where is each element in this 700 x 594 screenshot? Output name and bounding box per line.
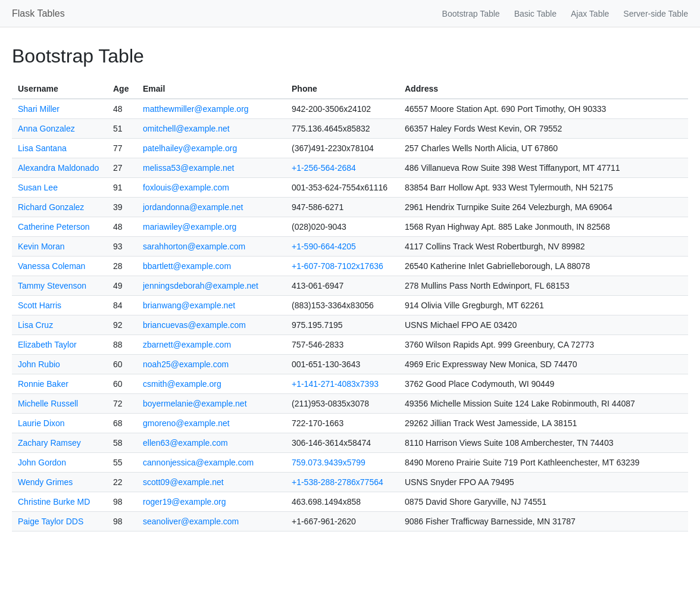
email-link[interactable]: boyermelanie@example.net xyxy=(143,399,247,408)
table-row: Michelle Russell72boyermelanie@example.n… xyxy=(12,394,688,414)
table-row: Wendy Grimes22scott09@example.net+1-538-… xyxy=(12,473,688,492)
address-cell: 278 Mullins Pass North Edwinport, FL 681… xyxy=(399,276,688,296)
phone-link[interactable]: +1-538-288-2786x77564 xyxy=(292,477,383,487)
address-cell: 4117 Collins Track West Robertburgh, NV … xyxy=(399,237,688,257)
age-cell: 92 xyxy=(107,315,137,335)
age-cell: 48 xyxy=(107,99,137,119)
username-link[interactable]: Lisa Santana xyxy=(18,143,67,153)
email-link[interactable]: scott09@example.net xyxy=(143,477,224,487)
address-cell: 29262 Jillian Track West Jamesside, LA 3… xyxy=(399,414,688,433)
phone-cell: 722-170-1663 xyxy=(286,414,399,433)
nav-link-bootstrap-table[interactable]: Bootstrap Table xyxy=(442,9,500,18)
username-link[interactable]: Michelle Russell xyxy=(18,399,78,408)
email-link[interactable]: bbartlett@example.com xyxy=(143,261,231,271)
nav-link-basic-table[interactable]: Basic Table xyxy=(514,9,557,18)
age-cell: 58 xyxy=(107,433,137,453)
address-cell: 66357 Haley Fords West Kevin, OR 79552 xyxy=(399,119,688,139)
username-link[interactable]: Elizabeth Taylor xyxy=(18,340,77,349)
age-cell: 60 xyxy=(107,374,137,394)
username-link[interactable]: Paige Taylor DDS xyxy=(18,517,83,526)
username-link[interactable]: Catherine Peterson xyxy=(18,222,90,232)
table-row: Kevin Moran93sarahhorton@example.com+1-5… xyxy=(12,237,688,257)
phone-link[interactable]: +1-590-664-4205 xyxy=(292,242,356,251)
address-cell: 26540 Katherine Inlet Gabrielleborough, … xyxy=(399,257,688,276)
age-cell: 68 xyxy=(107,414,137,433)
table-row: Catherine Peterson48mariawiley@example.o… xyxy=(12,217,688,237)
username-link[interactable]: Alexandra Maldonado xyxy=(18,163,99,173)
email-link[interactable]: mariawiley@example.org xyxy=(143,222,236,232)
username-link[interactable]: Ronnie Baker xyxy=(18,379,68,389)
table-row: Paige Taylor DDS98seanoliver@example.com… xyxy=(12,512,688,532)
email-link[interactable]: roger19@example.org xyxy=(143,497,226,507)
table-row: Alexandra Maldonado27melissa53@example.n… xyxy=(12,158,688,178)
username-link[interactable]: Vanessa Coleman xyxy=(18,261,85,271)
table-row: Elizabeth Taylor88zbarnett@example.com75… xyxy=(12,335,688,355)
phone-cell: +1-607-708-7102x17636 xyxy=(286,257,399,276)
username-link[interactable]: Laurie Dixon xyxy=(18,418,65,428)
email-link[interactable]: melissa53@example.net xyxy=(143,163,235,173)
email-link[interactable]: jenningsdeborah@example.net xyxy=(143,281,258,290)
age-cell: 84 xyxy=(107,296,137,315)
email-link[interactable]: seanoliver@example.com xyxy=(143,517,239,526)
age-cell: 28 xyxy=(107,257,137,276)
age-cell: 72 xyxy=(107,394,137,414)
address-cell: 2961 Hendrix Turnpike Suite 264 Velezbur… xyxy=(399,198,688,217)
username-link[interactable]: Lisa Cruz xyxy=(18,320,53,330)
username-link[interactable]: Christine Burke MD xyxy=(18,497,90,507)
username-link[interactable]: Susan Lee xyxy=(18,183,58,192)
username-link[interactable]: Zachary Ramsey xyxy=(18,438,81,448)
table-row: Ronnie Baker60csmith@example.org+1-141-2… xyxy=(12,374,688,394)
username-link[interactable]: Anna Gonzalez xyxy=(18,124,75,133)
phone-cell: 306-146-3614x58474 xyxy=(286,433,399,453)
username-link[interactable]: Tammy Stevenson xyxy=(18,281,86,290)
email-link[interactable]: cannonjessica@example.com xyxy=(143,458,254,467)
address-cell: USNS Michael FPO AE 03420 xyxy=(399,315,688,335)
table-body: Shari Miller48matthewmiller@example.org9… xyxy=(12,99,688,532)
phone-link[interactable]: +1-256-564-2684 xyxy=(292,163,356,173)
phone-link[interactable]: +1-607-708-7102x17636 xyxy=(292,261,383,271)
phone-link[interactable]: 759.073.9439x5799 xyxy=(292,458,365,467)
age-cell: 91 xyxy=(107,178,137,198)
age-cell: 77 xyxy=(107,139,137,158)
col-header-email: Email xyxy=(137,79,286,99)
age-cell: 98 xyxy=(107,512,137,532)
username-link[interactable]: John Rubio xyxy=(18,359,60,369)
nav-link-ajax-table[interactable]: Ajax Table xyxy=(571,9,609,18)
email-link[interactable]: briancuevas@example.com xyxy=(143,320,246,330)
email-link[interactable]: noah25@example.com xyxy=(143,359,229,369)
email-link[interactable]: ellen63@example.com xyxy=(143,438,228,448)
phone-link[interactable]: +1-141-271-4083x7393 xyxy=(292,379,379,389)
username-link[interactable]: Scott Harris xyxy=(18,301,61,310)
table-row: Scott Harris84brianwang@example.net(883)… xyxy=(12,296,688,315)
username-link[interactable]: Wendy Grimes xyxy=(18,477,73,487)
address-cell: 8490 Moreno Prairie Suite 719 Port Kathl… xyxy=(399,453,688,473)
email-link[interactable]: foxlouis@example.com xyxy=(143,183,229,192)
email-link[interactable]: omitchell@example.net xyxy=(143,124,230,133)
nav-link-serverside-table[interactable]: Server-side Table xyxy=(623,9,688,18)
username-link[interactable]: Kevin Moran xyxy=(18,242,65,251)
username-link[interactable]: John Gordon xyxy=(18,458,66,467)
table-row: Susan Lee91foxlouis@example.com001-353-6… xyxy=(12,178,688,198)
table-row: John Rubio60noah25@example.com001-651-13… xyxy=(12,355,688,374)
email-link[interactable]: gmoreno@example.net xyxy=(143,418,230,428)
email-link[interactable]: jordandonna@example.net xyxy=(143,202,243,212)
email-link[interactable]: matthewmiller@example.org xyxy=(143,104,249,114)
phone-cell: 759.073.9439x5799 xyxy=(286,453,399,473)
age-cell: 55 xyxy=(107,453,137,473)
age-cell: 39 xyxy=(107,198,137,217)
table-row: Anna Gonzalez51omitchell@example.net775.… xyxy=(12,119,688,139)
email-link[interactable]: brianwang@example.net xyxy=(143,301,235,310)
phone-cell: 947-586-6271 xyxy=(286,198,399,217)
email-link[interactable]: csmith@example.org xyxy=(143,379,221,389)
table-row: Tammy Stevenson49jenningsdeborah@example… xyxy=(12,276,688,296)
table-row: Vanessa Coleman28bbartlett@example.com+1… xyxy=(12,257,688,276)
username-link[interactable]: Richard Gonzalez xyxy=(18,202,84,212)
email-link[interactable]: zbarnett@example.com xyxy=(143,340,231,349)
address-cell: 0875 David Shore Garyville, NJ 74551 xyxy=(399,492,688,512)
username-link[interactable]: Shari Miller xyxy=(18,104,60,114)
table-row: Lisa Cruz92briancuevas@example.com975.19… xyxy=(12,315,688,335)
email-link[interactable]: patelhailey@example.org xyxy=(143,143,237,153)
email-link[interactable]: sarahhorton@example.com xyxy=(143,242,245,251)
navbar: Flask Tables Bootstrap Table Basic Table… xyxy=(0,0,700,27)
age-cell: 27 xyxy=(107,158,137,178)
